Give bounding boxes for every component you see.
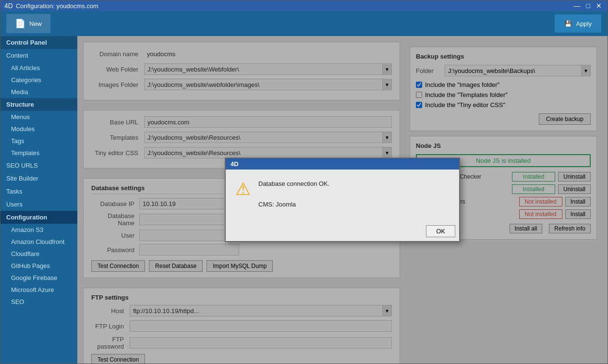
modal-message: Database connection OK. CMS: Joomla: [258, 179, 329, 210]
sidebar-item-seo[interactable]: SEO: [0, 296, 77, 308]
modal-overlay: 4D ⚠ Database connection OK. CMS: Joomla: [77, 36, 608, 364]
sidebar-item-amazon-s3[interactable]: Amazon S3: [0, 224, 77, 236]
main-window: 4D Configuration: youdocms.com — □ ✕ 📄 N…: [0, 0, 608, 364]
modal-title: 4D: [231, 160, 239, 168]
toolbar: 📄 New 💾 Apply: [0, 11, 608, 36]
modal-message-line2: CMS: Joomla: [258, 200, 329, 210]
modal-content-row: ⚠ Database connection OK. CMS: Joomla: [235, 179, 450, 210]
modal-ok-button[interactable]: OK: [426, 225, 455, 237]
sidebar-item-tags[interactable]: Tags: [0, 135, 77, 147]
sidebar-item-seo-urls[interactable]: SEO URLS: [0, 159, 77, 172]
modal-titlebar: 4D: [226, 158, 459, 170]
window-controls: — □ ✕: [572, 2, 604, 10]
sidebar-item-cloudflare[interactable]: Cloudflare: [0, 248, 77, 260]
sidebar-item-media[interactable]: Media: [0, 86, 77, 98]
app-icon: 4D: [4, 2, 13, 10]
new-label: New: [29, 20, 42, 27]
apply-label: Apply: [576, 20, 592, 27]
minimize-button[interactable]: —: [572, 2, 583, 10]
modal-body: ⚠ Database connection OK. CMS: Joomla: [226, 170, 459, 225]
sidebar-item-modules[interactable]: Modules: [0, 123, 77, 135]
modal-warning-icon: ⚠: [235, 179, 251, 199]
sidebar-item-amazon-cloudfront[interactable]: Amazon Cloudfront: [0, 236, 77, 248]
new-button[interactable]: 📄 New: [6, 14, 50, 33]
sidebar-item-site-builder[interactable]: Site Builder: [0, 172, 77, 185]
modal-dialog: 4D ⚠ Database connection OK. CMS: Joomla: [225, 158, 460, 242]
titlebar: 4D Configuration: youdocms.com — □ ✕: [0, 0, 608, 11]
sidebar-item-configuration[interactable]: Configuration: [0, 211, 77, 224]
apply-button[interactable]: 💾 Apply: [554, 14, 602, 33]
sidebar-item-categories[interactable]: Categories: [0, 74, 77, 86]
sidebar-item-structure[interactable]: Structure: [0, 98, 77, 111]
sidebar-item-users[interactable]: Users: [0, 198, 77, 211]
window-title: Configuration: youdocms.com: [16, 2, 572, 10]
main-area: Control Panel Content All Articles Categ…: [0, 36, 608, 364]
content-area: Domain name Web Folder ▼ Images Folder: [77, 36, 608, 364]
close-button[interactable]: ✕: [594, 2, 604, 10]
sidebar-item-github-pages[interactable]: GitHub Pages: [0, 260, 77, 272]
maximize-button[interactable]: □: [584, 2, 592, 10]
sidebar-item-templates[interactable]: Templates: [0, 147, 77, 159]
sidebar-item-microsoft-azure[interactable]: Microsoft Azure: [0, 284, 77, 296]
sidebar: Control Panel Content All Articles Categ…: [0, 36, 77, 364]
sidebar-item-tasks[interactable]: Tasks: [0, 185, 77, 198]
sidebar-item-menus[interactable]: Menus: [0, 111, 77, 123]
new-icon: 📄: [15, 18, 25, 29]
apply-icon: 💾: [564, 20, 572, 27]
modal-message-line1: Database connection OK.: [258, 179, 329, 189]
sidebar-item-google-firebase[interactable]: Google Firebase: [0, 272, 77, 284]
sidebar-item-control-panel[interactable]: Control Panel: [0, 36, 77, 49]
sidebar-item-content[interactable]: Content: [0, 49, 77, 62]
modal-footer: OK: [226, 225, 459, 241]
sidebar-item-all-articles[interactable]: All Articles: [0, 62, 77, 74]
